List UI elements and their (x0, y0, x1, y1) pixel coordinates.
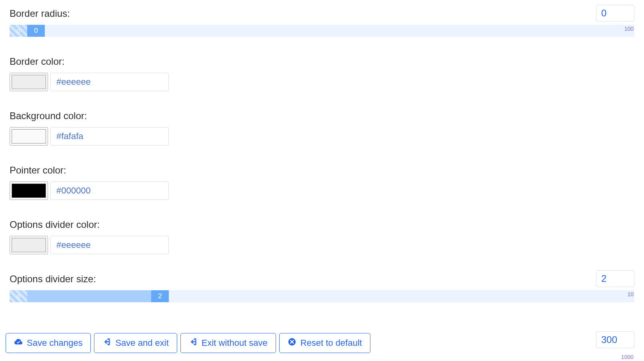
border-color-input[interactable] (50, 73, 169, 91)
pointer-color-swatch[interactable] (10, 181, 48, 200)
exit-without-save-button[interactable]: Exit without save (180, 333, 276, 353)
divider-size-fill (27, 290, 151, 302)
field-divider-color: Options divider color: (10, 219, 634, 254)
cloud-check-icon (14, 337, 23, 349)
label-border-radius: Border radius: (10, 8, 634, 19)
save-changes-button[interactable]: Save changes (6, 333, 91, 353)
save-changes-label: Save changes (27, 338, 82, 348)
max-open-height-value-input[interactable] (596, 331, 634, 348)
field-background-color: Background color: (10, 110, 634, 146)
slider-hatch-zone: 0 (10, 25, 27, 37)
label-divider-size: Options divider size: (10, 273, 634, 285)
background-color-swatch[interactable] (10, 127, 48, 146)
field-pointer-color: Pointer color: (10, 165, 634, 200)
save-and-exit-label: Save and exit (115, 338, 168, 348)
label-pointer-color: Pointer color: (10, 165, 634, 176)
label-divider-color: Options divider color: (10, 219, 634, 230)
slider-divider-size: 0 2 10 (10, 290, 634, 302)
label-border-color: Border color: (10, 56, 634, 67)
slider-border-radius: 0 0 100 (10, 25, 634, 37)
field-divider-size: Options divider size: 0 2 10 (10, 273, 634, 302)
arrow-left-bracket-icon (102, 337, 111, 349)
background-color-swatch-inner (12, 129, 46, 144)
x-circle-icon (288, 337, 296, 349)
pointer-color-input[interactable] (50, 181, 169, 200)
reset-to-default-label: Reset to default (300, 338, 362, 348)
divider-size-max: 10 (627, 291, 634, 297)
label-background-color: Background color: (10, 110, 634, 122)
divider-size-slider-track[interactable]: 0 2 (10, 290, 634, 302)
field-border-color: Border color: (10, 56, 634, 91)
slider-hatch-zone: 0 (10, 290, 27, 302)
divider-color-input[interactable] (50, 236, 169, 254)
border-color-swatch[interactable] (10, 73, 48, 91)
border-radius-value-input[interactable] (596, 5, 634, 22)
border-color-swatch-inner (12, 75, 46, 89)
action-bar: Save changes Save and exit Exit without … (6, 333, 370, 353)
pointer-color-swatch-inner (12, 183, 46, 198)
reset-to-default-button[interactable]: Reset to default (279, 333, 370, 353)
field-border-radius: Border radius: 0 0 100 (10, 8, 634, 37)
save-and-exit-button[interactable]: Save and exit (94, 333, 177, 353)
max-open-height-max: 1000 (621, 354, 634, 360)
divider-color-swatch[interactable] (10, 236, 48, 254)
divider-size-value-input[interactable] (596, 270, 634, 287)
settings-panel: Border radius: 0 0 100 Border color: Bac… (0, 0, 644, 361)
exit-without-save-label: Exit without save (202, 338, 268, 348)
arrow-left-bracket-icon (189, 337, 198, 349)
background-color-input[interactable] (50, 127, 169, 146)
divider-size-slider-thumb[interactable]: 2 (151, 290, 169, 302)
border-radius-slider-thumb[interactable]: 0 (27, 25, 45, 37)
divider-color-swatch-inner (12, 238, 46, 252)
border-radius-slider-track[interactable]: 0 0 (10, 25, 634, 37)
border-radius-max: 100 (624, 26, 634, 32)
